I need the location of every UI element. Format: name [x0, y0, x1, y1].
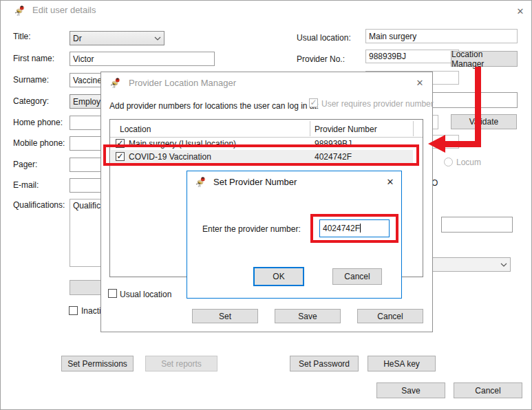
main-window-title: Edit user details: [32, 5, 96, 15]
plm-save-button[interactable]: Save: [275, 309, 341, 323]
edit-user-details-window: Edit user details ✕ Title: First name: S…: [0, 0, 532, 410]
annotation-highlight-provider-input: [310, 214, 398, 243]
inactive-checkbox[interactable]: [69, 306, 78, 315]
ok-button[interactable]: OK: [253, 267, 304, 286]
category-label: Category:: [13, 96, 49, 106]
annotation-arrowhead-icon: [428, 135, 445, 153]
app-bird-icon: [110, 77, 120, 89]
email-label: E-mail:: [13, 180, 39, 190]
hesa-key-button[interactable]: HeSA key: [368, 356, 436, 371]
usual-location-checkbox[interactable]: [108, 289, 117, 298]
home-phone-label: Home phone:: [13, 118, 63, 127]
column-divider: [413, 121, 414, 136]
save-button[interactable]: Save: [376, 382, 445, 398]
locum-radio[interactable]: [444, 158, 453, 166]
validate-button[interactable]: Validate: [451, 114, 517, 129]
right-lower-input[interactable]: [441, 217, 513, 233]
first-name-input[interactable]: [70, 52, 215, 66]
spn-close-icon[interactable]: ✕: [383, 175, 397, 188]
spn-dialog-title: Set Provider Number: [213, 177, 297, 187]
location-manager-button[interactable]: Location Manager: [451, 51, 518, 67]
provider-number-column-header[interactable]: Provider Number: [315, 125, 377, 134]
spn-cancel-button[interactable]: Cancel: [332, 268, 382, 285]
cancel-button[interactable]: Cancel: [454, 382, 522, 398]
title-select[interactable]: Dr: [70, 31, 164, 45]
annotation-arrow-horizontal: [444, 141, 481, 147]
set-button[interactable]: Set: [192, 309, 258, 323]
spn-prompt: Enter the provider number:: [202, 224, 301, 234]
plm-dialog-title: Provider Location Manager: [129, 78, 236, 88]
annotation-arrow-vertical: [475, 67, 481, 147]
chevron-down-icon: [154, 36, 161, 41]
plm-close-icon[interactable]: ✕: [413, 76, 427, 89]
column-divider: [310, 121, 310, 136]
mobile-phone-label: Mobile phone:: [13, 138, 65, 148]
plm-cancel-button[interactable]: Cancel: [357, 309, 423, 323]
app-bird-icon: [14, 5, 25, 17]
requires-provider-checkbox[interactable]: ✓: [309, 98, 318, 107]
provider-no-label: Provider No.:: [297, 54, 345, 64]
plm-instruction: Add provider numbers for locations the u…: [109, 101, 319, 111]
requires-provider-checkbox-label: User requires provider number: [321, 99, 434, 109]
locum-radio-label: Locum: [456, 158, 481, 167]
usual-location-checkbox-label: Usual location: [120, 290, 171, 299]
annotation-highlight-covid-row: [103, 144, 419, 166]
usual-location-label: Usual location:: [297, 33, 351, 43]
location-column-header[interactable]: Location: [120, 125, 151, 134]
main-close-icon[interactable]: ✕: [513, 4, 527, 18]
qualifications-label: Qualifications:: [13, 200, 65, 210]
spn-titlebar: Set Provider Number ✕: [187, 171, 401, 192]
set-password-button[interactable]: Set Password: [290, 356, 359, 371]
app-bird-icon: [195, 176, 206, 188]
plm-titlebar: Provider Location Manager ✕: [101, 72, 432, 93]
main-titlebar: Edit user details ✕: [1, 1, 531, 21]
title-label: Title:: [13, 32, 31, 41]
usual-location-input[interactable]: [365, 29, 518, 43]
first-name-label: First name:: [13, 54, 54, 63]
surname-label: Surname:: [13, 75, 49, 85]
provider-no-input[interactable]: [365, 50, 459, 63]
set-permissions-button[interactable]: Set Permissions: [61, 356, 134, 371]
pager-label: Pager:: [13, 160, 37, 169]
set-reports-button[interactable]: Set reports: [145, 356, 217, 371]
chevron-down-icon: [500, 263, 507, 267]
